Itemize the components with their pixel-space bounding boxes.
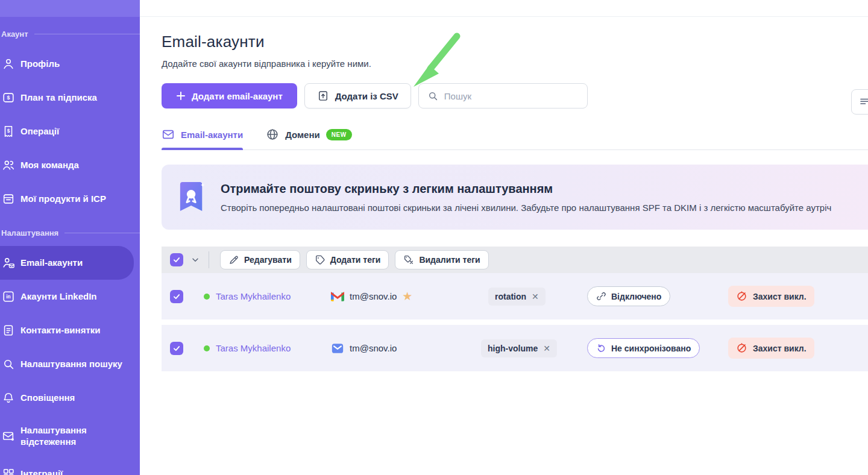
sidebar-item-label: Налаштування відстеження <box>20 424 111 448</box>
email-address: tm@snov.io <box>350 291 397 301</box>
gmail-icon <box>331 291 344 301</box>
protection-label: Захист викл. <box>753 344 807 353</box>
protection-off-badge: Захист викл. <box>728 286 814 307</box>
new-badge: NEW <box>326 129 352 140</box>
remove-tag-icon[interactable]: ✕ <box>532 292 539 301</box>
globe-icon <box>266 128 279 141</box>
tag-label: rotation <box>495 292 526 301</box>
contacts-list-icon <box>2 324 15 337</box>
tracking-icon <box>2 429 15 442</box>
products-icon <box>2 192 15 206</box>
status-pill-not-synced[interactable]: Не синхронізовано <box>587 338 700 358</box>
account-name-link[interactable]: Taras Mykhailenko <box>216 291 291 301</box>
svg-text:$: $ <box>7 128 10 134</box>
chevron-down-icon[interactable] <box>190 255 200 265</box>
sidebar-item-label: Налаштування пошуку <box>20 358 122 370</box>
row-checkbox[interactable] <box>170 342 183 355</box>
bell-icon <box>2 391 15 404</box>
shield-off-icon <box>736 342 747 354</box>
sidebar-item-label: Контакти-винятки <box>20 324 100 336</box>
tag-remove-icon <box>403 254 414 265</box>
protection-off-badge: Захист викл. <box>728 338 814 359</box>
email-accounts-icon <box>2 256 15 269</box>
add-tags-label: Додати теги <box>330 255 381 265</box>
sidebar-item-operations[interactable]: $ Операції <box>0 115 140 148</box>
sidebar-item-label: Акаунти LinkedIn <box>20 291 97 303</box>
promo-banner[interactable]: Отримайте поштову скриньку з легким нала… <box>162 165 868 230</box>
active-status-dot <box>204 345 210 351</box>
sidebar-item-linkedin-accounts[interactable]: in Акаунти LinkedIn <box>0 280 140 313</box>
tag-icon <box>315 254 326 265</box>
sidebar-section-settings: Налаштування <box>0 219 140 246</box>
refresh-icon <box>596 343 606 353</box>
page-subtitle: Додайте свої акаунти відправника і керуй… <box>162 58 868 69</box>
table-row: Taras Mykhailenko tm@snov.io high-volume… <box>162 325 868 371</box>
receipt-icon: $ <box>2 125 15 138</box>
protection-label: Захист викл. <box>753 292 807 301</box>
sidebar-item-label: Email-акаунти <box>20 257 83 269</box>
sidebar-item-notifications[interactable]: Сповіщення <box>0 381 140 415</box>
sidebar-item-profile[interactable]: Профіль <box>0 47 140 81</box>
tabs: Email-акаунти Домени NEW <box>162 128 868 150</box>
envelope-icon <box>162 128 175 141</box>
main-content: Email-акаунти Додайте свої акаунти відпр… <box>140 0 868 475</box>
add-tags-button[interactable]: Додати теги <box>306 250 389 269</box>
divider <box>34 34 140 34</box>
sidebar-item-products[interactable]: Мої продукти й ICP <box>0 182 140 216</box>
list-filter-button[interactable] <box>851 89 868 115</box>
divider <box>209 251 209 268</box>
sidebar-item-integrations[interactable]: Інтеграції <box>0 457 140 475</box>
tab-email-accounts[interactable]: Email-акаунти <box>162 128 243 149</box>
row-gap <box>162 319 868 325</box>
add-from-csv-label: Додати із CSV <box>335 91 398 101</box>
sidebar-item-team[interactable]: Моя команда <box>0 148 140 182</box>
top-bar <box>140 0 868 17</box>
sidebar-item-plan[interactable]: $ План та підписка <box>0 81 140 115</box>
linkedin-icon: in <box>2 290 15 303</box>
row-checkbox[interactable] <box>170 290 183 303</box>
plus-icon <box>176 91 186 101</box>
remove-tag-icon[interactable]: ✕ <box>543 344 550 353</box>
remove-tags-button[interactable]: Видалити теги <box>395 250 488 269</box>
upload-file-icon <box>317 90 329 102</box>
sidebar-item-label: Профіль <box>20 58 60 70</box>
billing-icon: $ <box>2 91 15 104</box>
sidebar-item-label: Інтеграції <box>20 468 63 475</box>
sidebar-item-search-settings[interactable]: Налаштування пошуку <box>0 347 140 381</box>
tab-label: Домени <box>285 130 320 140</box>
add-from-csv-button[interactable]: Додати із CSV <box>304 83 411 109</box>
add-email-account-button[interactable]: Додати email-акаунт <box>162 83 297 109</box>
search-box[interactable] <box>418 83 588 109</box>
team-icon <box>2 159 15 172</box>
sidebar-section-account: Акаунт <box>0 20 140 47</box>
status-pill-disconnected[interactable]: Відключено <box>587 286 670 306</box>
select-all-checkbox[interactable] <box>170 253 183 266</box>
sidebar-item-tracking-settings[interactable]: Налаштування відстеження <box>0 415 140 457</box>
tag-label: high-volume <box>488 344 538 353</box>
search-icon <box>2 357 15 371</box>
smtp-envelope-icon <box>331 342 344 355</box>
account-name-link[interactable]: Taras Mykhailenko <box>216 343 291 353</box>
active-status-dot <box>204 294 210 300</box>
tag-chip: high-volume ✕ <box>481 339 557 357</box>
sidebar: Акаунт Профіль $ План та підписка $ Опер… <box>0 0 140 475</box>
remove-tags-label: Видалити теги <box>419 255 480 265</box>
sidebar-item-label: Моя команда <box>20 159 79 171</box>
tab-domains[interactable]: Домени NEW <box>266 128 351 149</box>
search-input[interactable] <box>444 91 579 101</box>
add-email-account-label: Додати email-акаунт <box>192 91 283 101</box>
favorite-star-icon[interactable]: ★ <box>402 291 412 302</box>
divider <box>64 233 140 233</box>
sidebar-item-excluded-contacts[interactable]: Контакти-винятки <box>0 313 140 347</box>
integrations-icon <box>2 467 15 475</box>
table-row: Taras Mykhailenko tm@snov.io ★ rotation <box>162 273 868 319</box>
sidebar-item-label: Мої продукти й ICP <box>20 193 106 205</box>
edit-button[interactable]: Редагувати <box>220 250 300 269</box>
edit-label: Редагувати <box>244 255 292 265</box>
svg-text:$: $ <box>7 95 10 101</box>
banner-title: Отримайте поштову скриньку з легким нала… <box>221 182 831 196</box>
tag-chip: rotation ✕ <box>488 288 546 306</box>
medal-badge-icon <box>178 180 206 214</box>
banner-text: Створіть попередньо налаштовані поштові … <box>221 203 831 213</box>
sidebar-item-email-accounts[interactable]: Email-акаунти <box>0 246 134 280</box>
